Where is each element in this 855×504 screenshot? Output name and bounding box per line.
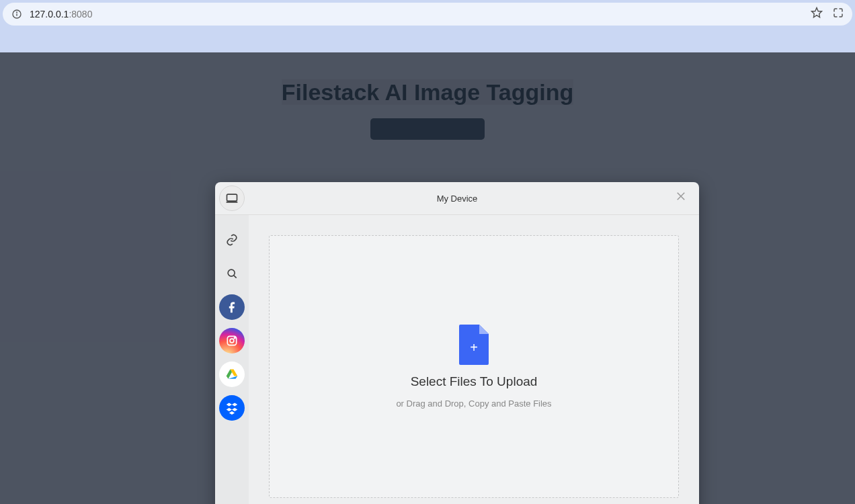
svg-marker-3 [812,8,822,17]
file-picker-modal: My Device [215,182,699,504]
dropzone-headline: Select Files To Upload [411,374,538,389]
source-google-drive[interactable] [219,362,245,387]
svg-point-8 [228,269,235,276]
address-bar[interactable]: 127.0.0.1:8080 [3,3,852,26]
source-search[interactable] [219,261,245,286]
modal-title: My Device [215,194,699,204]
close-button[interactable] [675,190,691,206]
svg-point-11 [230,339,234,343]
info-icon [11,8,23,20]
extensions-icon[interactable] [832,7,844,22]
source-instagram[interactable] [219,328,245,353]
svg-marker-14 [227,370,232,379]
svg-point-2 [17,12,17,13]
source-facebook[interactable] [219,294,245,320]
file-plus-icon: + [459,325,489,365]
svg-line-9 [234,276,237,278]
dropzone-subtext: or Drag and Drop, Copy and Paste Files [396,398,551,409]
source-dropbox[interactable] [219,395,245,421]
svg-marker-15 [229,376,238,379]
source-link[interactable] [219,227,245,253]
source-sidebar [215,215,249,504]
url-text: 127.0.0.1:8080 [30,9,92,19]
modal-header: My Device [215,182,699,215]
star-icon[interactable] [811,7,823,22]
dropzone[interactable]: + Select Files To Upload or Drag and Dro… [269,235,679,498]
svg-point-12 [234,337,235,339]
